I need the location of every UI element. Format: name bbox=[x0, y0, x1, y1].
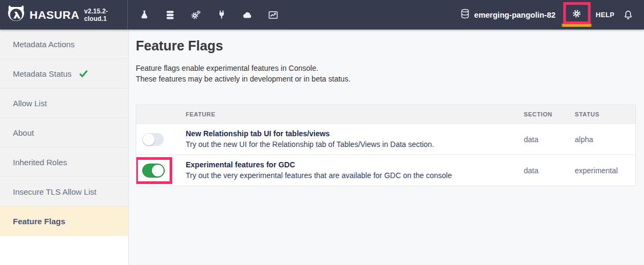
hasura-console-page: HASURA v2.15.2-cloud.1 bbox=[0, 0, 644, 265]
feature-description: Try out the very experimental features t… bbox=[186, 170, 518, 181]
settings-sidebar: Metadata Actions Metadata Status Allow L… bbox=[0, 30, 129, 265]
sidebar-item-metadata-actions[interactable]: Metadata Actions bbox=[0, 30, 128, 59]
sidebar-item-label: Allow List bbox=[13, 99, 47, 108]
feature-status: alpha bbox=[575, 124, 635, 154]
gear-icon bbox=[572, 9, 581, 20]
sidebar-item-feature-flags[interactable]: Feature Flags bbox=[0, 207, 128, 236]
header-feature: FEATURE bbox=[186, 111, 524, 117]
sidebar-item-label: Metadata Actions bbox=[13, 40, 75, 49]
hasura-logo-link[interactable]: HASURA v2.15.2-cloud.1 bbox=[0, 0, 128, 30]
metadata-status-check-icon bbox=[79, 70, 88, 77]
page-description-line2: These features may be actively in develo… bbox=[136, 75, 350, 83]
help-button[interactable]: HELP bbox=[596, 11, 614, 19]
main-content: Feature Flags Feature flags enable exper… bbox=[129, 30, 644, 265]
sidebar-item-label: Metadata Status bbox=[13, 69, 71, 78]
sidebar-item-allow-list[interactable]: Allow List bbox=[0, 89, 128, 118]
toggle-knob bbox=[143, 134, 155, 145]
feature-status: experimental bbox=[575, 155, 635, 186]
header-section: SECTION bbox=[524, 111, 575, 117]
hasura-logo-icon bbox=[6, 4, 26, 26]
header-status: STATUS bbox=[575, 111, 635, 117]
feature-flag-toggle[interactable] bbox=[142, 164, 165, 178]
page-description-line1: Feature flags enable experimental featur… bbox=[136, 64, 318, 72]
feature-description: Try out the new UI for the Relationship … bbox=[186, 139, 518, 150]
feature-cell: Experimental features for GDC Try out th… bbox=[186, 155, 524, 186]
project-name: emerging-pangolin-82 bbox=[474, 11, 555, 19]
feature-title: Experimental features for GDC bbox=[186, 160, 518, 170]
actions-cogs-icon[interactable] bbox=[191, 10, 201, 20]
notifications-bell-icon[interactable] bbox=[623, 10, 633, 20]
events-cloud-icon[interactable] bbox=[242, 10, 253, 20]
feature-section: data bbox=[524, 155, 575, 186]
toggle-cell bbox=[136, 124, 186, 154]
feature-cell: New Relationship tab UI for tables/views… bbox=[186, 124, 524, 154]
project-database-icon bbox=[459, 8, 471, 21]
table-header-row: FEATURE SECTION STATUS bbox=[136, 105, 635, 123]
sidebar-item-inherited-roles[interactable]: Inherited Roles bbox=[0, 148, 128, 177]
feature-flags-table: FEATURE SECTION STATUS New Relationship … bbox=[136, 105, 636, 186]
brand-name: HASURA bbox=[30, 9, 79, 21]
feature-title: New Relationship tab UI for tables/views bbox=[186, 129, 518, 139]
remote-schemas-plug-icon[interactable] bbox=[216, 10, 227, 20]
toggle-cell bbox=[136, 155, 186, 186]
sidebar-item-label: About bbox=[13, 128, 34, 137]
top-navbar: HASURA v2.15.2-cloud.1 bbox=[0, 0, 644, 30]
page-description: Feature flags enable experimental featur… bbox=[136, 63, 636, 84]
page-title: Feature Flags bbox=[136, 38, 636, 54]
tab-settings[interactable] bbox=[562, 0, 591, 30]
sidebar-item-label: Inherited Roles bbox=[13, 158, 67, 167]
sidebar-item-label: Insecure TLS Allow List bbox=[13, 187, 97, 196]
feature-section: data bbox=[524, 124, 575, 154]
version-label: v2.15.2-cloud.1 bbox=[84, 8, 127, 23]
project-selector[interactable]: emerging-pangolin-82 bbox=[459, 8, 555, 21]
feature-flag-row: New Relationship tab UI for tables/views… bbox=[136, 123, 635, 154]
sidebar-item-insecure-tls-allow-list[interactable]: Insecure TLS Allow List bbox=[0, 177, 128, 207]
sidebar-item-metadata-status[interactable]: Metadata Status bbox=[0, 59, 128, 89]
api-flask-icon[interactable] bbox=[139, 10, 150, 20]
monitoring-chart-icon[interactable] bbox=[268, 10, 279, 20]
navbar-right: emerging-pangolin-82 HELP bbox=[459, 0, 644, 30]
sidebar-item-about[interactable]: About bbox=[0, 118, 128, 148]
feature-flag-toggle[interactable] bbox=[142, 133, 164, 146]
data-database-icon[interactable] bbox=[165, 10, 175, 20]
feature-flag-row: Experimental features for GDC Try out th… bbox=[136, 154, 635, 186]
settings-active-indicator bbox=[561, 24, 592, 27]
toggle-knob bbox=[152, 165, 164, 176]
sidebar-item-label: Feature Flags bbox=[13, 217, 65, 226]
primary-nav bbox=[139, 0, 279, 30]
